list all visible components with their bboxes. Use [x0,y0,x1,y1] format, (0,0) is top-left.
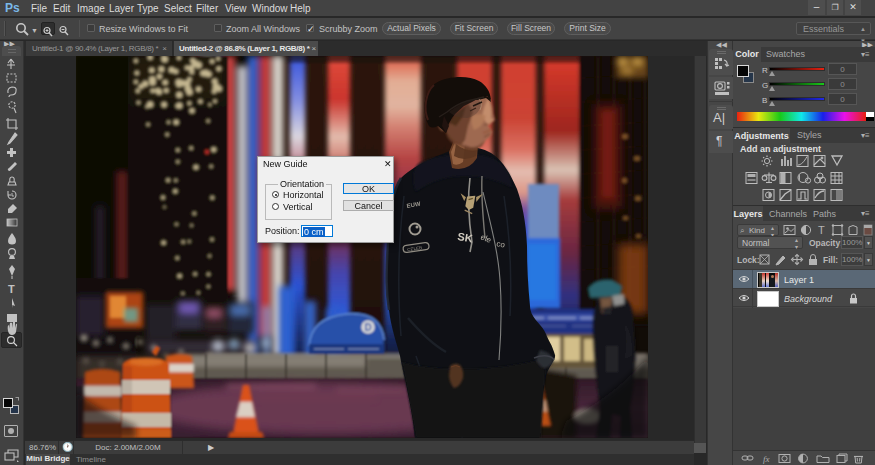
svg-text:fx: fx [763,454,770,464]
svg-text:T: T [8,283,15,295]
svg-text:T: T [818,224,825,236]
